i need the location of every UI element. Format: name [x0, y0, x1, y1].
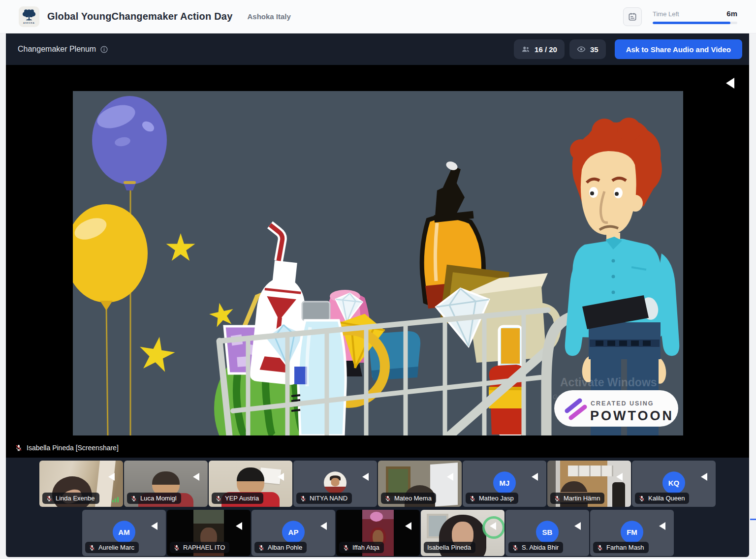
participant-name: Luca Momigl	[140, 495, 177, 502]
tile-volume-icon[interactable]	[699, 472, 708, 481]
participant-tile[interactable]: Iffah Atqa	[336, 510, 420, 556]
participant-nameplate: Linda Exenbe	[42, 493, 99, 504]
page-title: Global YoungChangemaker Action Day	[47, 11, 233, 22]
mic-muted-icon	[46, 495, 53, 502]
mic-muted-icon	[554, 495, 561, 502]
participant-name: Mateo Mema	[394, 495, 432, 502]
participant-tile[interactable]: NITYA NAND	[293, 461, 377, 507]
video-scene-layer	[568, 466, 613, 476]
screenshare-video[interactable]: Activate Windows Go to Settings to activ…	[73, 91, 683, 435]
page-subtitle: Ashoka Italy	[248, 12, 291, 21]
mic-muted-icon	[638, 495, 645, 502]
tile-volume-icon[interactable]	[573, 522, 582, 530]
time-progress-fill	[653, 22, 730, 24]
tile-volume-icon[interactable]	[107, 472, 116, 481]
room-name-label: Changemaker Plenum	[18, 45, 96, 54]
participant-tile[interactable]: Martin Hämn	[547, 461, 631, 507]
time-left-value: 6m	[726, 9, 737, 18]
ashoka-tree-icon: ASHOKA	[19, 6, 39, 27]
tile-volume-icon[interactable]	[234, 522, 243, 530]
participant-tile[interactable]: YEP Austria	[209, 461, 292, 507]
screenshare-label: Isabella Pineda [Screenshare]	[15, 444, 119, 452]
participant-name: Farhan Mash	[606, 544, 644, 551]
initials-avatar: SB	[536, 521, 559, 543]
tile-volume-icon[interactable]	[276, 472, 285, 481]
participants-count-badge[interactable]: 16 / 20	[514, 39, 565, 59]
video-scene-layer	[612, 482, 625, 507]
participant-nameplate: Luca Momigl	[127, 493, 181, 504]
participant-tile[interactable]: Mateo Mema	[378, 461, 462, 507]
participant-tile[interactable]: FMFarhan Mash	[590, 510, 674, 556]
participant-nameplate: Martin Hämn	[550, 493, 604, 504]
participant-nameplate: Farhan Mash	[593, 542, 649, 553]
participant-nameplate: NITYA NAND	[296, 493, 352, 504]
initials-avatar: AM	[113, 521, 135, 543]
video-scene-layer	[370, 512, 383, 522]
participant-tile[interactable]: KQKalila Queen	[632, 461, 716, 507]
tile-volume-icon[interactable]	[404, 522, 412, 530]
tile-volume-icon[interactable]	[658, 522, 666, 530]
participant-nameplate: Mateo Mema	[381, 493, 436, 504]
participant-nameplate: RAPHAEL ITO	[170, 542, 229, 553]
tile-volume-icon[interactable]	[319, 522, 328, 530]
initials-avatar: KQ	[662, 471, 685, 494]
mic-muted-icon	[173, 544, 180, 551]
viewers-count: 35	[590, 45, 598, 54]
participant-name: Matteo Jasp	[479, 495, 514, 502]
initials-avatar: FM	[621, 521, 643, 543]
participant-tile[interactable]: AMAurelie Marc	[82, 510, 166, 556]
tile-volume-icon[interactable]	[445, 472, 454, 481]
tile-volume-icon[interactable]	[361, 472, 370, 481]
room-bar: Changemaker Plenum 16 / 20 35 Ask to Sha…	[6, 33, 749, 65]
app-header: ASHOKA Global YoungChangemaker Action Da…	[0, 0, 756, 33]
time-left-label: Time Left	[653, 10, 679, 18]
participant-tile[interactable]: Isabella Pineda	[421, 510, 504, 556]
stage-volume-icon[interactable]	[726, 78, 734, 89]
participant-tile[interactable]: SBS. Abida Bhir	[505, 510, 589, 556]
mic-muted-icon	[258, 544, 265, 551]
mic-muted-icon	[300, 495, 307, 502]
participant-name: Linda Exenbe	[56, 495, 95, 502]
tile-volume-icon-speaking[interactable]	[488, 522, 497, 530]
viewers-count-badge[interactable]: 35	[569, 39, 606, 59]
participant-name: S. Abida Bhir	[522, 544, 559, 551]
participant-tile[interactable]: MJMatteo Jasp	[463, 461, 546, 507]
edge-scroll-artifact	[750, 519, 756, 520]
participant-tile[interactable]: APAlban Pohle	[252, 510, 335, 556]
participant-name: Martin Hämn	[564, 495, 600, 502]
time-left-widget: Time Left 6m	[653, 9, 737, 24]
participant-name: Kalila Queen	[648, 495, 685, 502]
tile-volume-icon[interactable]	[615, 472, 624, 481]
participant-tile[interactable]: RAPHAEL ITO	[167, 510, 251, 556]
svg-text:ASHOKA: ASHOKA	[23, 22, 35, 24]
mic-muted-icon	[15, 444, 23, 452]
participant-name: Alban Pohle	[268, 544, 302, 551]
ask-to-share-button[interactable]: Ask to Share Audio and Video	[615, 39, 742, 59]
room-name: Changemaker Plenum	[18, 45, 108, 54]
calendar-icon	[628, 12, 637, 22]
powtoon-badge: CREATED USING POWTOON	[554, 390, 678, 427]
tile-volume-icon[interactable]	[191, 472, 200, 481]
participant-name: Iffah Atqa	[352, 544, 379, 551]
watermark-text: Activate Windows	[560, 376, 657, 389]
info-icon[interactable]	[100, 45, 108, 54]
participant-nameplate: Alban Pohle	[254, 542, 307, 553]
mic-muted-icon	[469, 495, 476, 502]
tile-volume-icon[interactable]	[150, 522, 158, 530]
participant-name: NITYA NAND	[310, 495, 347, 502]
calendar-button[interactable]	[623, 7, 642, 26]
tile-volume-icon[interactable]	[530, 472, 539, 481]
participant-tile[interactable]: Luca Momigl	[124, 461, 208, 507]
participant-nameplate: YEP Austria	[212, 493, 263, 504]
participant-name: YEP Austria	[225, 495, 259, 502]
participant-tile[interactable]: Linda Exenbe	[39, 461, 123, 507]
mic-muted-icon	[343, 544, 349, 551]
mic-muted-icon	[512, 544, 519, 551]
participant-nameplate: Iffah Atqa	[339, 542, 384, 553]
eye-icon	[577, 45, 586, 54]
participant-nameplate: S. Abida Bhir	[508, 542, 563, 553]
mic-muted-icon	[597, 544, 603, 551]
participant-name: RAPHAEL ITO	[183, 544, 225, 551]
participant-nameplate: Aurelie Marc	[85, 542, 139, 553]
connection-strength-icon	[112, 497, 119, 502]
